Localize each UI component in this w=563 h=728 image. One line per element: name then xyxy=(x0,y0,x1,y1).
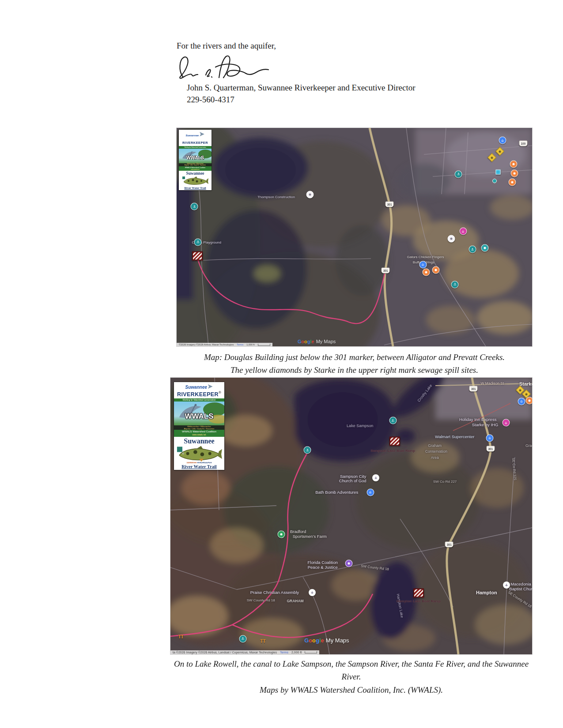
boatramp-marker[interactable] xyxy=(192,251,203,260)
map-attribution: ©2026 Imagery ©2026 Airbus, Maxar Techno… xyxy=(177,343,272,346)
map-label: GRAHAM xyxy=(287,599,303,603)
blue-marker[interactable] xyxy=(419,261,427,268)
signer-phone: 229-560-4317 xyxy=(187,94,234,105)
map1-caption-line1: Map: Douglas Building just below the 301… xyxy=(177,351,532,364)
logo-website: www.wwals.net xyxy=(192,434,206,436)
boatramp-marker[interactable] xyxy=(413,588,424,597)
shield-marker[interactable]: 301 xyxy=(486,446,495,451)
green-marker[interactable] xyxy=(277,530,285,538)
map2-caption-line1: On to Lake Rowell, the canal to Lake Sam… xyxy=(170,657,532,683)
map-label: SW County Rd 18 xyxy=(360,565,389,572)
map-label: Sportsmen's Farm xyxy=(293,534,327,539)
map-label: Crosby Lake xyxy=(417,384,433,403)
google-logo: Google xyxy=(298,339,314,344)
white-marker[interactable] xyxy=(306,191,314,198)
bridge-marker[interactable]: TT xyxy=(178,634,184,639)
anchor-marker[interactable] xyxy=(304,447,311,454)
logo-rivers-line2: Alapaha • Little • Santa Fe • Suwannee xyxy=(184,428,214,430)
church-marker[interactable] xyxy=(309,589,316,596)
map-lake-sampson[interactable]: W Madison StStarkeHoliday Inn ExpressSta… xyxy=(170,378,532,654)
logo-rivers: Withlacoochee • Willacoochee Alapaha • L… xyxy=(174,425,224,430)
wwals-art: WWALS Withlacoochee • Willacoochee Alapa… xyxy=(174,402,224,430)
wwals-art: WWALS Withlacoochee • Willacoochee Alapa… xyxy=(179,149,212,166)
map2-caption-line2: Maps by WWALS Watershed Coalition, Inc. … xyxy=(170,683,532,696)
registered-mark: ® xyxy=(219,390,221,394)
bass-fish-icon xyxy=(179,176,212,186)
logo-coalition-name: WWALS Watershed Coalition xyxy=(182,430,216,433)
signature xyxy=(177,52,272,82)
terms-link[interactable]: Terms xyxy=(237,343,243,346)
logo-suwannee-script: Suwannee xyxy=(185,134,199,137)
map-label: Hampton Lake xyxy=(396,593,404,618)
diamond-marker[interactable] xyxy=(495,147,504,156)
orange-marker[interactable] xyxy=(432,266,439,274)
map-label: Holiday Inn Express xyxy=(459,418,496,422)
scale-label: 1,000 ft xyxy=(246,343,254,346)
church-marker[interactable] xyxy=(503,582,510,589)
anchor-marker[interactable] xyxy=(389,417,397,424)
orange-marker[interactable] xyxy=(510,161,518,168)
anchor-marker[interactable] xyxy=(191,203,198,210)
logo-wwals: WWALS xyxy=(174,412,224,421)
anchor-marker[interactable] xyxy=(194,238,202,246)
teal-marker[interactable] xyxy=(481,244,488,251)
dot-marker[interactable] xyxy=(492,179,497,183)
fish-icon: ➤ xyxy=(207,383,213,390)
map-label: Florida Coalition xyxy=(307,561,338,565)
imagery-credit: ta ©2026 Imagery ©2026 Airbus, Landsat /… xyxy=(173,651,277,654)
shield-marker[interactable]: 301 xyxy=(445,542,453,548)
map-label: Praise Christian Assembly xyxy=(250,590,299,595)
bass-fish-icon xyxy=(174,445,224,462)
purple-marker[interactable] xyxy=(345,560,352,567)
blue-marker[interactable] xyxy=(518,398,525,405)
map-label: Church of God xyxy=(339,479,367,484)
shield-marker[interactable]: 301 xyxy=(385,201,394,207)
google-watermark: Google My Maps xyxy=(298,339,336,344)
orange-marker[interactable] xyxy=(510,169,518,177)
shield-marker[interactable]: 100 xyxy=(519,141,527,146)
orange-marker[interactable] xyxy=(526,397,532,405)
blue-marker[interactable] xyxy=(486,434,494,442)
blue-marker[interactable] xyxy=(367,488,374,496)
orange-marker[interactable] xyxy=(508,178,516,186)
logo-suwannee-script: Suwannee xyxy=(185,385,207,390)
boatramp-marker[interactable] xyxy=(389,437,400,446)
map-attribution: ta ©2026 Imagery ©2026 Airbus, Landsat /… xyxy=(170,650,319,654)
map-label: SE County Rd 18 xyxy=(507,591,532,608)
scale-bar xyxy=(305,651,317,653)
map-label: SW Co Rd 227 xyxy=(433,480,457,484)
pink-marker[interactable] xyxy=(459,228,467,235)
bridge-marker[interactable]: TT xyxy=(261,638,266,643)
mymaps-label: My Maps xyxy=(326,637,349,644)
map-douglas-building[interactable]: Cindi's PlaygroundThompson ConstructionG… xyxy=(177,128,532,346)
google-logo: Google xyxy=(304,637,324,644)
diamond-marker[interactable] xyxy=(487,153,496,162)
scale-label: 2,000 ft xyxy=(291,651,302,654)
white-marker[interactable] xyxy=(448,235,455,242)
church-marker[interactable] xyxy=(372,474,379,481)
map-label: Baptist Church xyxy=(509,587,532,591)
cyansq-marker[interactable] xyxy=(495,169,500,174)
anchor-marker[interactable] xyxy=(451,281,459,288)
map-label: Sampson Lake Boat Ramp xyxy=(370,449,415,453)
terms-link[interactable]: Terms xyxy=(280,651,288,654)
anchor-marker[interactable] xyxy=(469,246,476,253)
blue-marker[interactable] xyxy=(499,137,506,144)
wwals-logo-badge: Suwannee➤ RIVERKEEPER® Working for Water… xyxy=(174,382,224,470)
map-label: Walmart Supercenter xyxy=(435,435,474,439)
map-label: SE Co Rd 325 xyxy=(511,458,517,480)
map1-caption: Map: Douglas Building just below the 301… xyxy=(177,351,532,377)
map-label: Conservation xyxy=(425,450,447,454)
anchor-marker[interactable] xyxy=(239,635,246,642)
shield-marker[interactable]: 301 xyxy=(382,268,390,274)
shield-marker[interactable]: 301 xyxy=(469,386,478,392)
logo-suwannee-serif: Suwannee xyxy=(179,171,212,176)
map-label: Starke xyxy=(519,381,532,386)
orange-marker[interactable] xyxy=(423,269,430,276)
map-label: W Madison St xyxy=(480,382,504,386)
logo-rivers-line2: Alapaha • Little • Santa Fe • Suwannee xyxy=(185,164,206,166)
anchor-marker[interactable] xyxy=(455,170,462,178)
google-watermark: Google My Maps xyxy=(304,637,349,644)
riverkeeper-logo: Suwannee➤ RIVERKEEPER® xyxy=(174,382,224,398)
pink-marker[interactable] xyxy=(503,419,510,427)
